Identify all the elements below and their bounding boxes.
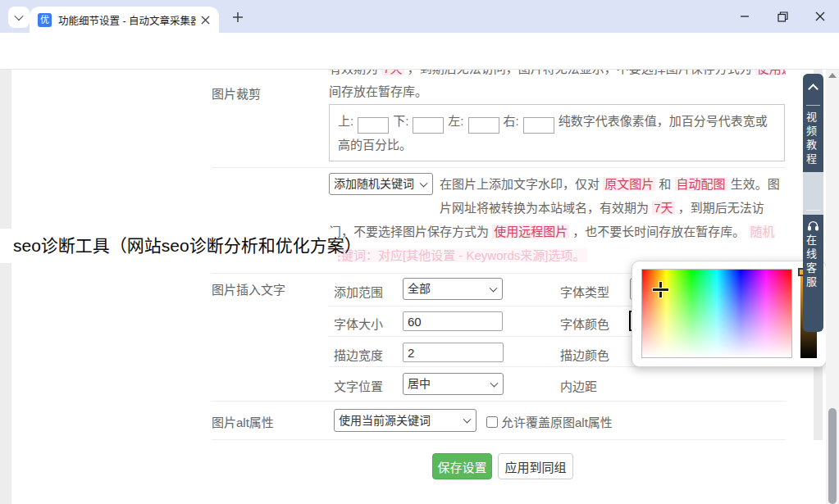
crop-top-label: 上: [338, 114, 353, 128]
highlight-7days: 7天 [652, 201, 674, 215]
font-size-input[interactable] [403, 311, 503, 331]
widget-divider [806, 210, 820, 211]
font-size-label: 字体大小 [334, 315, 383, 332]
crop-bottom-label: 下: [393, 114, 408, 128]
section-divider [212, 439, 786, 440]
window-controls [726, 0, 839, 33]
crop-right-label: 右: [504, 114, 519, 128]
online-service-link[interactable]: 在线客服 [803, 234, 823, 290]
stroke-width-input[interactable] [403, 343, 504, 362]
stroke-width-label: 描边宽度 [334, 346, 383, 363]
tab-close-icon[interactable] [198, 12, 212, 27]
crop-section-label: 图片裁剪 [212, 84, 261, 102]
add-range-label: 添加范围 [334, 283, 383, 300]
browser-titlebar: 优 功能细节设置 - 自动文章采集器 [0, 0, 839, 33]
section-divider [212, 401, 786, 402]
floating-side-widget: 视频教程 在线客服 [803, 74, 823, 332]
insert-text-section-label: 图片插入文字 [212, 280, 285, 297]
text-position-label: 文字位置 [334, 377, 383, 394]
add-range-select[interactable]: 全部 [403, 278, 503, 300]
page-scrollbar-thumb[interactable] [803, 172, 823, 215]
highlight-auto-image: 自动配图 [675, 177, 727, 191]
font-type-label: 字体类型 [560, 283, 609, 300]
alt-attr-section-label: 图片alt属性 [212, 413, 274, 430]
alt-overwrite-checkbox[interactable] [486, 416, 498, 428]
close-window-button[interactable] [801, 0, 839, 33]
watermark-mode-select[interactable]: 添加随机关键词 [329, 173, 433, 195]
stroke-color-label: 描边颜色 [560, 346, 609, 363]
widget-divider [806, 105, 820, 106]
video-tutorial-link[interactable]: 视频教程 [803, 111, 823, 167]
apply-to-group-button[interactable]: 应用到同组 [498, 453, 573, 479]
crop-settings-box: 上:下:左:右:纯数字代表像素值，加百分号代表宽或高的百分比。 [329, 104, 785, 161]
color-gradient-area[interactable] [641, 269, 792, 358]
crop-left-label: 左: [448, 114, 463, 128]
crop-top-input[interactable] [358, 117, 389, 134]
alt-overwrite-label: 允许覆盖原图alt属性 [501, 413, 613, 430]
browser-scrollbar-thumb[interactable] [828, 408, 837, 504]
browser-scrollbar-track[interactable] [826, 70, 839, 504]
text-position-select[interactable]: 居中 [403, 373, 504, 395]
chevron-down-icon [14, 11, 23, 20]
row-divider [212, 167, 786, 168]
browser-tab[interactable]: 优 功能细节设置 - 自动文章采集器 [30, 7, 219, 33]
highlight-remote-image: 使用远程图片 [492, 225, 569, 238]
scroll-up-arrow-icon[interactable] [828, 73, 837, 78]
color-picker-popup [632, 261, 827, 367]
font-color-label: 字体颜色 [560, 315, 609, 332]
restore-button[interactable] [764, 0, 801, 33]
minimize-button[interactable] [726, 0, 764, 33]
padding-label: 内边距 [560, 377, 597, 394]
alt-attr-select[interactable]: 使用当前源关键词 [334, 409, 476, 432]
alt-overwrite-option: 允许覆盖原图alt属性 [486, 413, 613, 430]
tab-search-button[interactable] [8, 7, 30, 28]
back-to-top-button chevron-up-icon[interactable] [808, 84, 818, 94]
clipped-text-line: 有效期为 7天 ，到期后无法访问，图片将无法显示，不要选择图片保存方式为 使用远… [329, 70, 786, 78]
headset-icon [807, 220, 819, 232]
new-tab-button[interactable] [230, 10, 245, 25]
site-favicon: 优 [38, 13, 52, 27]
crop-intro-text: 间存放在暂存库。 [329, 82, 427, 99]
tab-title: 功能细节设置 - 自动文章采集器 [58, 12, 196, 28]
seo-overlay-text: seo诊断工具（网站seo诊断分析和优化方案） [0, 229, 338, 263]
highlight-original-image: 原文图片 [603, 177, 655, 191]
browser-toolbar: ucaiyun.com/caiji/settings/ 井 [0, 33, 839, 70]
watermark-row: 添加随机关键词 在图片上添加文字水印，仅对 原文图片 和 自动配图 生效。图片网… [329, 172, 786, 267]
page-left-margin [0, 70, 11, 504]
color-crosshair-cursor[interactable] [653, 282, 668, 297]
save-settings-button[interactable]: 保存设置 [432, 453, 492, 479]
crop-left-input[interactable] [468, 117, 499, 134]
browser-window: 优 功能细节设置 - 自动文章采集器 [0, 0, 839, 504]
crop-right-input[interactable] [523, 117, 554, 134]
crop-bottom-input[interactable] [413, 117, 444, 134]
